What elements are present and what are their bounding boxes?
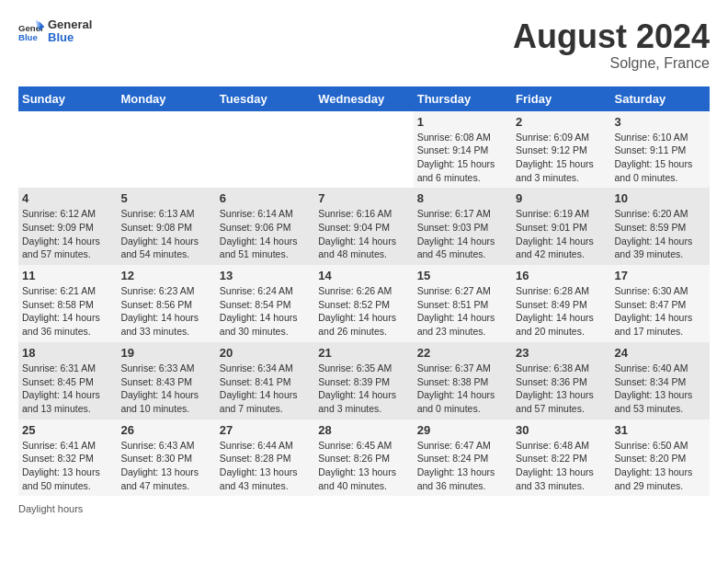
day-info: Sunrise: 6:24 AM Sunset: 8:54 PM Dayligh… — [220, 284, 311, 339]
day-of-week-header: Monday — [117, 86, 215, 111]
day-number: 28 — [318, 423, 409, 437]
calendar-day-cell: 19Sunrise: 6:33 AM Sunset: 8:43 PM Dayli… — [117, 342, 215, 419]
day-number: 16 — [516, 269, 607, 282]
day-number: 9 — [516, 191, 607, 205]
day-number: 27 — [220, 423, 311, 437]
calendar-day-cell: 28Sunrise: 6:45 AM Sunset: 8:26 PM Dayli… — [314, 419, 413, 497]
day-of-week-header: Wednesday — [314, 86, 413, 111]
calendar-day-cell: 26Sunrise: 6:43 AM Sunset: 8:30 PM Dayli… — [117, 419, 215, 497]
day-number: 20 — [220, 346, 311, 360]
day-info: Sunrise: 6:43 AM Sunset: 8:30 PM Dayligh… — [120, 439, 211, 493]
day-info: Sunrise: 6:27 AM Sunset: 8:51 PM Dayligh… — [417, 284, 508, 339]
calendar-week-row: 11Sunrise: 6:21 AM Sunset: 8:58 PM Dayli… — [18, 265, 710, 342]
calendar-day-cell: 11Sunrise: 6:21 AM Sunset: 8:58 PM Dayli… — [18, 265, 117, 342]
day-info: Sunrise: 6:28 AM Sunset: 8:49 PM Dayligh… — [516, 284, 607, 339]
footer: Daylight hours — [18, 503, 710, 514]
day-number: 19 — [120, 346, 211, 360]
calendar-day-cell — [18, 111, 117, 189]
calendar-day-cell: 30Sunrise: 6:48 AM Sunset: 8:22 PM Dayli… — [512, 419, 610, 497]
calendar-day-cell: 8Sunrise: 6:17 AM Sunset: 9:03 PM Daylig… — [414, 188, 512, 265]
calendar-week-row: 4Sunrise: 6:12 AM Sunset: 9:09 PM Daylig… — [18, 188, 710, 265]
day-number: 21 — [318, 346, 409, 360]
day-number: 1 — [417, 115, 508, 129]
day-info: Sunrise: 6:10 AM Sunset: 9:11 PM Dayligh… — [615, 131, 706, 185]
day-number: 7 — [318, 191, 409, 205]
day-number: 26 — [120, 423, 211, 437]
calendar-week-row: 1Sunrise: 6:08 AM Sunset: 9:14 PM Daylig… — [18, 111, 710, 189]
day-info: Sunrise: 6:23 AM Sunset: 8:56 PM Dayligh… — [120, 284, 211, 339]
calendar-day-cell: 25Sunrise: 6:41 AM Sunset: 8:32 PM Dayli… — [18, 419, 117, 497]
calendar-day-cell: 1Sunrise: 6:08 AM Sunset: 9:14 PM Daylig… — [414, 111, 512, 189]
day-of-week-header: Saturday — [611, 86, 710, 111]
day-info: Sunrise: 6:30 AM Sunset: 8:47 PM Dayligh… — [615, 284, 706, 339]
page-header: General Blue General Blue August 2024 So… — [18, 18, 710, 72]
calendar-day-cell — [117, 111, 215, 189]
logo-blue-text: Blue — [48, 31, 92, 44]
calendar-week-row: 18Sunrise: 6:31 AM Sunset: 8:45 PM Dayli… — [18, 342, 710, 419]
calendar-day-cell: 3Sunrise: 6:10 AM Sunset: 9:11 PM Daylig… — [611, 111, 710, 189]
logo-general-text: General — [48, 18, 92, 31]
day-info: Sunrise: 6:33 AM Sunset: 8:43 PM Dayligh… — [120, 362, 211, 416]
day-info: Sunrise: 6:31 AM Sunset: 8:45 PM Dayligh… — [22, 362, 113, 416]
day-number: 5 — [120, 191, 211, 205]
day-info: Sunrise: 6:38 AM Sunset: 8:36 PM Dayligh… — [516, 362, 607, 416]
calendar-day-cell: 2Sunrise: 6:09 AM Sunset: 9:12 PM Daylig… — [512, 111, 610, 189]
calendar-day-cell: 10Sunrise: 6:20 AM Sunset: 8:59 PM Dayli… — [611, 188, 710, 265]
day-info: Sunrise: 6:26 AM Sunset: 8:52 PM Dayligh… — [318, 284, 409, 339]
day-info: Sunrise: 6:41 AM Sunset: 8:32 PM Dayligh… — [22, 439, 113, 493]
calendar-day-cell: 17Sunrise: 6:30 AM Sunset: 8:47 PM Dayli… — [611, 265, 710, 342]
day-number: 4 — [22, 191, 113, 205]
day-number: 14 — [318, 269, 409, 282]
calendar-day-cell: 18Sunrise: 6:31 AM Sunset: 8:45 PM Dayli… — [18, 342, 117, 419]
day-number: 17 — [615, 269, 706, 282]
calendar-day-cell: 31Sunrise: 6:50 AM Sunset: 8:20 PM Dayli… — [611, 419, 710, 497]
calendar-day-cell: 4Sunrise: 6:12 AM Sunset: 9:09 PM Daylig… — [18, 188, 117, 265]
day-info: Sunrise: 6:20 AM Sunset: 8:59 PM Dayligh… — [615, 207, 706, 261]
calendar-day-cell: 7Sunrise: 6:16 AM Sunset: 9:04 PM Daylig… — [314, 188, 413, 265]
day-number: 6 — [220, 191, 311, 205]
calendar-day-cell — [314, 111, 413, 189]
day-info: Sunrise: 6:45 AM Sunset: 8:26 PM Dayligh… — [318, 439, 409, 493]
day-number: 18 — [22, 346, 113, 360]
daylight-hours-label: Daylight hours — [18, 503, 83, 514]
day-of-week-header: Sunday — [18, 86, 117, 111]
calendar-day-cell: 23Sunrise: 6:38 AM Sunset: 8:36 PM Dayli… — [512, 342, 610, 419]
day-of-week-header: Thursday — [414, 86, 512, 111]
day-number: 13 — [220, 269, 311, 282]
calendar-day-cell: 21Sunrise: 6:35 AM Sunset: 8:39 PM Dayli… — [314, 342, 413, 419]
day-info: Sunrise: 6:09 AM Sunset: 9:12 PM Dayligh… — [516, 131, 607, 185]
day-info: Sunrise: 6:35 AM Sunset: 8:39 PM Dayligh… — [318, 362, 409, 416]
day-info: Sunrise: 6:19 AM Sunset: 9:01 PM Dayligh… — [516, 207, 607, 261]
calendar-header-row: SundayMondayTuesdayWednesdayThursdayFrid… — [18, 86, 710, 111]
calendar-day-cell: 22Sunrise: 6:37 AM Sunset: 8:38 PM Dayli… — [414, 342, 512, 419]
calendar-week-row: 25Sunrise: 6:41 AM Sunset: 8:32 PM Dayli… — [18, 419, 710, 497]
day-info: Sunrise: 6:50 AM Sunset: 8:20 PM Dayligh… — [615, 439, 706, 493]
day-of-week-header: Tuesday — [216, 86, 314, 111]
calendar-day-cell: 5Sunrise: 6:13 AM Sunset: 9:08 PM Daylig… — [117, 188, 215, 265]
day-number: 30 — [516, 423, 607, 437]
calendar-day-cell: 14Sunrise: 6:26 AM Sunset: 8:52 PM Dayli… — [314, 265, 413, 342]
day-info: Sunrise: 6:40 AM Sunset: 8:34 PM Dayligh… — [615, 362, 706, 416]
calendar-day-cell: 15Sunrise: 6:27 AM Sunset: 8:51 PM Dayli… — [414, 265, 512, 342]
day-info: Sunrise: 6:12 AM Sunset: 9:09 PM Dayligh… — [22, 207, 113, 261]
calendar-day-cell: 20Sunrise: 6:34 AM Sunset: 8:41 PM Dayli… — [216, 342, 314, 419]
day-info: Sunrise: 6:44 AM Sunset: 8:28 PM Dayligh… — [220, 439, 311, 493]
day-number: 8 — [417, 191, 508, 205]
day-number: 12 — [120, 269, 211, 282]
day-info: Sunrise: 6:37 AM Sunset: 8:38 PM Dayligh… — [417, 362, 508, 416]
title-block: August 2024 Solgne, France — [513, 18, 710, 72]
svg-text:Blue: Blue — [18, 32, 38, 42]
day-number: 25 — [22, 423, 113, 437]
day-number: 24 — [615, 346, 706, 360]
location-subtitle: Solgne, France — [513, 55, 710, 72]
day-info: Sunrise: 6:34 AM Sunset: 8:41 PM Dayligh… — [220, 362, 311, 416]
day-number: 22 — [417, 346, 508, 360]
day-number: 10 — [615, 191, 706, 205]
calendar-day-cell: 27Sunrise: 6:44 AM Sunset: 8:28 PM Dayli… — [216, 419, 314, 497]
calendar-day-cell — [216, 111, 314, 189]
day-info: Sunrise: 6:47 AM Sunset: 8:24 PM Dayligh… — [417, 439, 508, 493]
day-number: 2 — [516, 115, 607, 129]
day-info: Sunrise: 6:21 AM Sunset: 8:58 PM Dayligh… — [22, 284, 113, 339]
day-number: 31 — [615, 423, 706, 437]
calendar-day-cell: 24Sunrise: 6:40 AM Sunset: 8:34 PM Dayli… — [611, 342, 710, 419]
